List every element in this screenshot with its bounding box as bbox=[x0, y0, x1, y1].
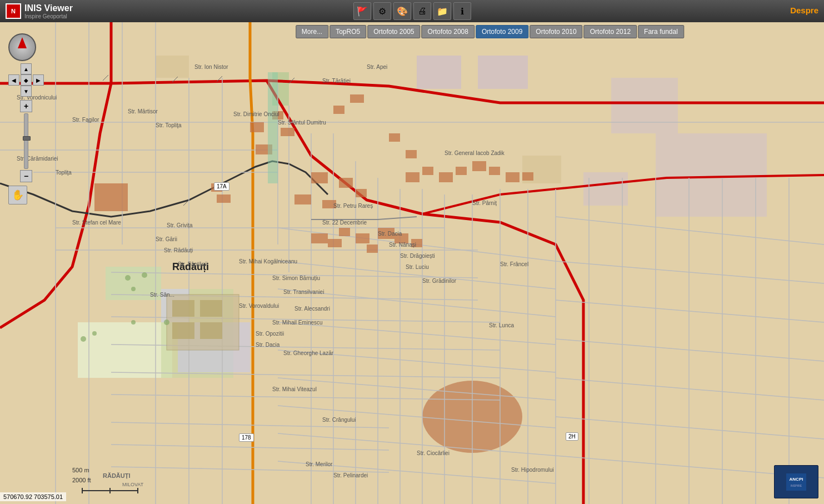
svg-rect-105 bbox=[200, 300, 222, 317]
pan-center-button[interactable]: ◆ bbox=[21, 74, 32, 86]
zoom-slider: + − bbox=[8, 100, 44, 182]
svg-rect-90 bbox=[311, 233, 328, 243]
road-label-17a: 17A bbox=[214, 182, 229, 191]
scale-bar: 500 m 2000 ft bbox=[72, 465, 91, 485]
road-label-2h: 2H bbox=[566, 432, 578, 441]
info-icon[interactable]: ℹ bbox=[453, 2, 471, 20]
title-group: INIS Viewer Inspire Geoportal bbox=[24, 3, 73, 19]
svg-rect-107 bbox=[200, 322, 222, 339]
svg-rect-4 bbox=[611, 78, 678, 133]
svg-rect-101 bbox=[506, 172, 520, 182]
despre-button[interactable]: Despre bbox=[790, 6, 818, 15]
svg-rect-86 bbox=[406, 150, 417, 158]
palette-icon[interactable]: 🎨 bbox=[393, 2, 411, 20]
svg-rect-106 bbox=[172, 322, 194, 339]
svg-rect-93 bbox=[356, 233, 369, 243]
svg-rect-95 bbox=[406, 172, 420, 182]
layer-btn-ortofoto2010[interactable]: Ortofoto 2010 bbox=[530, 25, 582, 38]
map-container[interactable]: RĂDĂUȚI MILOVAT ▲ ◀ ◆ ▶ ▼ bbox=[0, 22, 824, 504]
svg-rect-97 bbox=[439, 172, 453, 182]
hand-tool-button[interactable]: ✋ bbox=[8, 186, 27, 204]
svg-rect-77 bbox=[311, 172, 328, 183]
pan-left-button[interactable]: ◀ bbox=[8, 74, 19, 86]
layer-btn-ortofoto2008[interactable]: Ortofoto 2008 bbox=[422, 25, 475, 38]
settings-icon[interactable]: ⚙ bbox=[373, 2, 391, 20]
svg-rect-91 bbox=[328, 239, 342, 247]
svg-rect-83 bbox=[333, 106, 344, 114]
svg-rect-73 bbox=[281, 128, 294, 136]
scale-label-500m: 500 m bbox=[72, 467, 89, 473]
app-title: INIS Viewer bbox=[24, 3, 73, 13]
svg-rect-71 bbox=[250, 122, 264, 132]
svg-rect-0 bbox=[0, 22, 824, 504]
svg-rect-80 bbox=[294, 194, 311, 204]
zoom-thumb[interactable] bbox=[23, 136, 31, 141]
zoom-out-button[interactable]: − bbox=[20, 170, 32, 182]
svg-rect-5 bbox=[656, 133, 767, 217]
compass-arrow bbox=[18, 37, 27, 48]
compass[interactable] bbox=[8, 33, 36, 61]
svg-rect-102 bbox=[522, 172, 533, 181]
svg-point-110 bbox=[142, 272, 147, 278]
svg-rect-89 bbox=[411, 239, 422, 247]
svg-rect-2 bbox=[417, 56, 461, 89]
svg-rect-87 bbox=[378, 228, 394, 239]
svg-rect-84 bbox=[350, 94, 364, 103]
layer-btn-ortofoto2005[interactable]: Ortofoto 2005 bbox=[367, 25, 420, 38]
zoom-in-button[interactable]: + bbox=[20, 100, 32, 112]
layer-selector: More...TopRO5Ortofoto 2005Ortofoto 2008O… bbox=[296, 25, 684, 38]
print-icon[interactable]: 🖨 bbox=[413, 2, 431, 20]
pan-up-button[interactable]: ▲ bbox=[21, 63, 32, 74]
layer-btn-topro5[interactable]: TopRO5 bbox=[329, 25, 366, 38]
layer-btn-more[interactable]: More... bbox=[296, 25, 328, 38]
scale-label-2000ft: 2000 ft bbox=[72, 477, 91, 483]
svg-rect-96 bbox=[422, 167, 433, 175]
svg-rect-85 bbox=[389, 133, 400, 142]
coordinates-text: 570670.92 703575.01 bbox=[3, 493, 63, 500]
svg-rect-1 bbox=[156, 56, 189, 78]
app-subtitle: Inspire Geoportal bbox=[24, 13, 73, 19]
coordinates-display: 570670.92 703575.01 bbox=[0, 492, 66, 501]
svg-rect-94 bbox=[367, 244, 378, 253]
pan-right-button[interactable]: ▶ bbox=[33, 74, 44, 86]
svg-text:RĂDĂUȚI: RĂDĂUȚI bbox=[103, 472, 131, 479]
svg-rect-10 bbox=[78, 322, 172, 378]
svg-rect-3 bbox=[478, 56, 528, 89]
folder-icon[interactable]: 📁 bbox=[433, 2, 451, 20]
svg-rect-82 bbox=[94, 183, 128, 211]
svg-text:INSPIRE: INSPIRE bbox=[791, 484, 802, 487]
svg-point-111 bbox=[164, 320, 169, 325]
svg-text:ANCPI: ANCPI bbox=[790, 477, 803, 482]
app-logo: N INIS Viewer Inspire Geoportal bbox=[0, 3, 78, 19]
svg-rect-128 bbox=[786, 473, 806, 491]
zoom-track[interactable] bbox=[24, 113, 28, 169]
logo-icon: N bbox=[6, 3, 21, 19]
pan-down-button[interactable]: ▼ bbox=[21, 86, 32, 97]
navigation-controls: ▲ ◀ ◆ ▶ ▼ + − ✋ bbox=[8, 33, 44, 204]
svg-rect-100 bbox=[489, 167, 500, 175]
svg-rect-78 bbox=[339, 178, 353, 188]
svg-rect-81 bbox=[322, 200, 336, 208]
svg-rect-6 bbox=[583, 172, 628, 206]
ancpi-logo: ANCPI INSPIRE bbox=[774, 465, 818, 498]
flag-icon[interactable]: 🚩 bbox=[353, 2, 371, 20]
layer-btn-ortofoto2009[interactable]: Ortofoto 2009 bbox=[476, 25, 528, 38]
svg-rect-76 bbox=[217, 194, 231, 203]
map-svg: RĂDĂUȚI MILOVAT bbox=[0, 22, 824, 504]
svg-rect-104 bbox=[172, 300, 194, 317]
svg-rect-99 bbox=[472, 161, 486, 171]
svg-rect-88 bbox=[394, 233, 408, 243]
svg-point-108 bbox=[125, 275, 131, 281]
svg-rect-98 bbox=[456, 167, 467, 175]
road-label-178: 178 bbox=[239, 433, 254, 442]
svg-point-112 bbox=[81, 336, 86, 342]
toolbar-icons: 🚩⚙🎨🖨📁ℹ bbox=[353, 2, 471, 20]
svg-rect-126 bbox=[268, 72, 278, 183]
pan-controls: ▲ ◀ ◆ ▶ ▼ bbox=[8, 63, 44, 97]
svg-text:MILOVAT: MILOVAT bbox=[122, 482, 144, 487]
header: N INIS Viewer Inspire Geoportal 🚩⚙🎨🖨📁ℹ D… bbox=[0, 0, 824, 22]
layer-btn-farafundal[interactable]: Fara fundal bbox=[638, 25, 684, 38]
svg-rect-79 bbox=[356, 189, 367, 197]
svg-point-113 bbox=[92, 331, 97, 336]
layer-btn-ortofoto2012[interactable]: Ortofoto 2012 bbox=[584, 25, 637, 38]
